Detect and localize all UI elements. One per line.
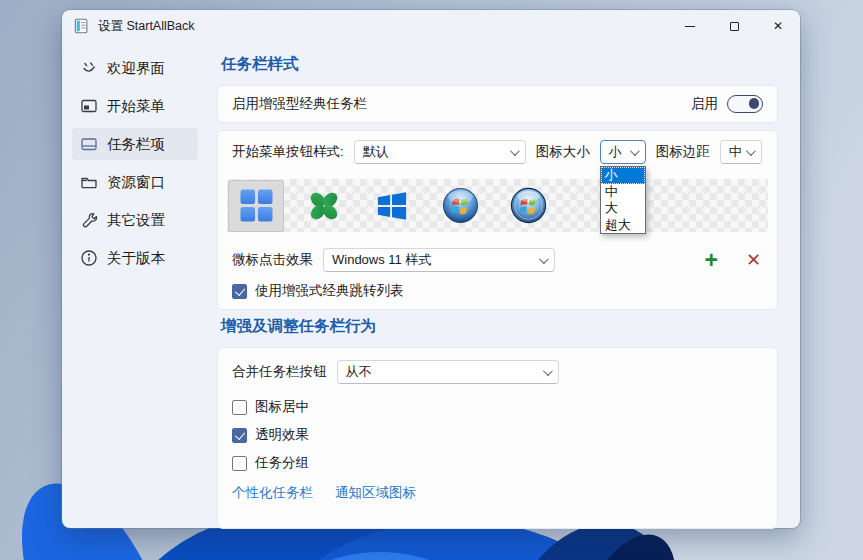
minimize-icon: [685, 26, 695, 27]
transparency-checkbox[interactable]: [232, 428, 247, 443]
maximize-icon: [730, 22, 739, 31]
option-small[interactable]: 小: [601, 167, 645, 184]
app-icon: [74, 18, 90, 34]
task-grouping-label: 任务分组: [255, 454, 309, 472]
maximize-button[interactable]: [712, 11, 756, 41]
orb-style-windows-vista[interactable]: [500, 180, 556, 232]
close-icon: ✕: [773, 20, 783, 32]
toggle-knob: [749, 98, 760, 109]
sidebar: 欢迎界面 开始菜单 任务栏项 资源窗口: [62, 42, 204, 528]
icon-size-option-list: 小 中 大 超大: [600, 166, 646, 234]
folder-icon: [80, 173, 98, 191]
enable-taskbar-label: 启用增强型经典任务栏: [232, 95, 367, 113]
start-button-style-value: 默认: [363, 143, 389, 161]
sidebar-item-label: 欢迎界面: [107, 59, 165, 78]
windows-11-logo: [240, 189, 273, 222]
wrench-icon: [80, 211, 98, 229]
icon-size-label: 图标大小: [536, 143, 590, 161]
windows-7-orb: [442, 187, 479, 224]
sidebar-item-label: 其它设置: [107, 211, 165, 230]
close-button[interactable]: ✕: [756, 11, 800, 41]
section-heading-taskbar-behavior: 增强及调整任务栏行为: [221, 316, 778, 337]
icon-margin-select[interactable]: 中: [720, 140, 762, 164]
combine-buttons-label: 合并任务栏按钮: [232, 363, 327, 381]
toggle-state-label: 启用: [691, 95, 718, 113]
sidebar-item-about[interactable]: 关于版本: [72, 242, 198, 274]
transparency-label: 透明效果: [255, 426, 309, 444]
sidebar-item-label: 资源窗口: [107, 173, 165, 192]
info-icon: [80, 249, 98, 267]
option-large[interactable]: 大: [601, 200, 645, 217]
jumplist-label: 使用增强式经典跳转列表: [255, 282, 404, 300]
chevron-down-icon: [539, 254, 549, 264]
orb-style-windows-10[interactable]: [364, 180, 420, 232]
enable-taskbar-card: 启用增强型经典任务栏 启用: [217, 85, 778, 123]
notification-area-icons-link[interactable]: 通知区域图标: [335, 484, 416, 502]
start-button-style-label: 开始菜单按钮样式:: [232, 143, 344, 161]
sidebar-item-welcome[interactable]: 欢迎界面: [72, 52, 198, 84]
icon-size-select[interactable]: 小: [600, 140, 646, 164]
personalize-taskbar-link[interactable]: 个性化任务栏: [232, 484, 313, 502]
smiley-icon: [80, 59, 98, 77]
combine-buttons-value: 从不: [346, 363, 372, 381]
clover-logo: [308, 190, 340, 222]
orb-style-windows-11[interactable]: [228, 180, 284, 232]
titlebar: 设置 StartAllBack ✕: [62, 10, 800, 42]
chevron-down-icon: [630, 146, 640, 156]
section-heading-taskbar-style: 任务栏样式: [221, 54, 778, 75]
option-extra-large[interactable]: 超大: [601, 217, 645, 234]
task-grouping-checkbox[interactable]: [232, 456, 247, 471]
taskbar-behavior-card: 合并任务栏按钮 从不 图标居中 透明效果 任务分组: [217, 347, 778, 529]
click-effect-label: 微标点击效果: [232, 251, 313, 269]
main-content: 任务栏样式 启用增强型经典任务栏 启用 开始菜单按钮样式: 默认 图标大小: [204, 42, 800, 528]
add-button[interactable]: +: [702, 249, 719, 272]
sidebar-item-other-settings[interactable]: 其它设置: [72, 204, 198, 236]
option-medium[interactable]: 中: [601, 184, 645, 201]
sidebar-item-explorer[interactable]: 资源窗口: [72, 166, 198, 198]
delete-button[interactable]: ✕: [744, 251, 763, 269]
center-icons-checkbox[interactable]: [232, 400, 247, 415]
sidebar-item-taskbar[interactable]: 任务栏项: [72, 128, 198, 160]
sidebar-item-label: 任务栏项: [107, 135, 165, 154]
start-button-style-select[interactable]: 默认: [354, 140, 526, 164]
window-title: 设置 StartAllBack: [98, 18, 195, 35]
start-orb-style-strip: [227, 179, 768, 232]
start-menu-icon: [80, 97, 98, 115]
chevron-down-icon: [746, 146, 756, 156]
jumplist-checkbox[interactable]: [232, 284, 247, 299]
icon-margin-label: 图标边距: [656, 143, 710, 161]
chevron-down-icon: [542, 366, 552, 376]
orb-style-windows-7[interactable]: [432, 180, 488, 232]
sidebar-item-start-menu[interactable]: 开始菜单: [72, 90, 198, 122]
windows-vista-orb: [510, 187, 547, 224]
click-effect-value: Windows 11 样式: [332, 251, 431, 269]
orb-style-clover[interactable]: [296, 180, 352, 232]
minimize-button[interactable]: [668, 11, 712, 41]
chevron-down-icon: [510, 146, 520, 156]
sidebar-item-label: 关于版本: [107, 249, 165, 268]
enable-taskbar-toggle[interactable]: [727, 95, 763, 113]
icon-size-value: 小: [609, 143, 622, 161]
combine-buttons-select[interactable]: 从不: [337, 360, 559, 384]
icon-margin-value: 中: [729, 143, 742, 161]
taskbar-icon: [80, 135, 98, 153]
click-effect-select[interactable]: Windows 11 样式: [323, 248, 555, 272]
center-icons-label: 图标居中: [255, 398, 309, 416]
windows-10-logo: [376, 190, 408, 222]
start-button-style-card: 开始菜单按钮样式: 默认 图标大小 小 小 中: [217, 130, 778, 310]
sidebar-item-label: 开始菜单: [107, 97, 165, 116]
settings-window: 设置 StartAllBack ✕ 欢迎界面 开始菜单: [62, 10, 800, 528]
